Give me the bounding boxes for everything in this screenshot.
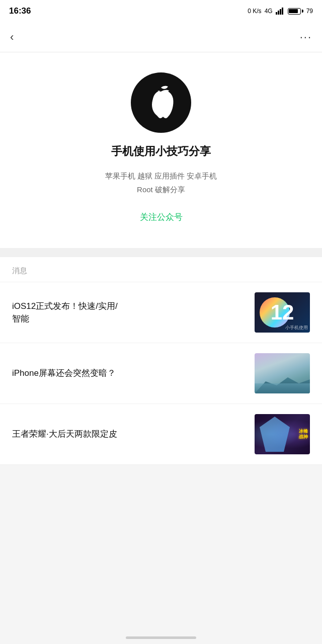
nav-bar: ‹ ··· bbox=[0, 22, 322, 52]
messages-header: 消息 bbox=[0, 257, 322, 282]
article-item[interactable]: 王者荣耀·大后天两款限定皮 冰锋战神 bbox=[0, 404, 322, 465]
section-divider bbox=[0, 248, 322, 257]
article-thumbnail bbox=[255, 353, 310, 393]
battery-icon bbox=[288, 8, 303, 15]
article-item[interactable]: iOS12正式发布！快速/实用/智能 12 小手机使用 bbox=[0, 282, 322, 343]
status-time: 16:36 bbox=[9, 6, 31, 16]
battery-level: 79 bbox=[306, 8, 313, 15]
status-right: 0 K/s 4G 79 bbox=[248, 8, 313, 15]
profile-desc-line2: Root 破解分享 bbox=[137, 185, 185, 194]
network-type: 4G bbox=[265, 8, 273, 15]
signal-icon bbox=[276, 8, 285, 15]
article-title: iPhone屏幕还会突然变暗？ bbox=[12, 367, 245, 380]
profile-description: 苹果手机 越狱 应用插件 安卓手机 Root 破解分享 bbox=[105, 169, 217, 196]
network-speed: 0 K/s bbox=[248, 8, 261, 15]
profile-desc-line1: 苹果手机 越狱 应用插件 安卓手机 bbox=[105, 172, 217, 180]
svg-rect-2 bbox=[280, 9, 281, 15]
home-indicator bbox=[126, 636, 196, 639]
article-item[interactable]: iPhone屏幕还会突然变暗？ bbox=[0, 343, 322, 404]
profile-avatar-container bbox=[131, 72, 191, 133]
back-button[interactable]: ‹ bbox=[10, 31, 14, 44]
more-button[interactable]: ··· bbox=[300, 31, 312, 44]
svg-rect-1 bbox=[278, 11, 279, 15]
profile-name: 手机使用小技巧分享 bbox=[111, 144, 211, 159]
follow-button[interactable]: 关注公众号 bbox=[140, 211, 183, 223]
apple-icon-svg bbox=[145, 85, 177, 121]
messages-section: 消息 iOS12正式发布！快速/实用/智能 12 小手机使用 iPhone屏幕还… bbox=[0, 257, 322, 465]
status-bar: 16:36 0 K/s 4G 79 bbox=[0, 0, 322, 22]
article-thumbnail: 冰锋战神 bbox=[255, 414, 310, 454]
article-thumbnail: 12 小手机使用 bbox=[255, 292, 310, 333]
profile-section: .profile-avatar { position: relative; } … bbox=[0, 52, 322, 248]
svg-rect-0 bbox=[276, 12, 277, 15]
article-title: iOS12正式发布！快速/实用/智能 bbox=[12, 300, 245, 326]
article-title: 王者荣耀·大后天两款限定皮 bbox=[12, 428, 245, 441]
svg-rect-3 bbox=[282, 8, 283, 15]
